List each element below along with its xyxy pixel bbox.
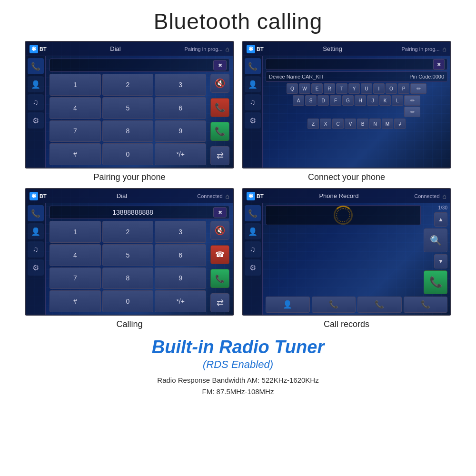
key-star-pairing[interactable]: */+ <box>155 143 206 165</box>
answer-btn-pairing[interactable]: 📞 <box>210 122 229 141</box>
key-9-pairing[interactable]: 9 <box>155 120 206 142</box>
home-icon-pairing[interactable]: ⌂ <box>226 45 229 53</box>
kb-edit-btn-3[interactable]: ✏ <box>404 107 420 117</box>
key-0-calling[interactable]: 0 <box>102 290 154 312</box>
sidebar-contacts-icon-records[interactable]: 👤 <box>245 223 261 239</box>
scroll-down-btn[interactable]: ▼ <box>434 254 447 268</box>
search-btn[interactable]: 🔍 <box>424 228 447 252</box>
kb-enter[interactable]: ↲ <box>394 119 406 129</box>
key-8-calling[interactable]: 8 <box>102 268 154 289</box>
key-1-calling[interactable]: 1 <box>50 221 101 243</box>
key-2-pairing[interactable]: 2 <box>102 74 154 96</box>
outgoing-btn[interactable]: 📞 <box>404 297 448 313</box>
kb-edit-btn-2[interactable]: ✏ <box>404 95 420 106</box>
key-9-calling[interactable]: 9 <box>155 268 206 289</box>
kb-x[interactable]: X <box>320 119 331 129</box>
kb-d[interactable]: D <box>317 95 329 106</box>
home-icon-records[interactable]: ⌂ <box>443 192 446 200</box>
key-hash-calling[interactable]: # <box>50 290 101 312</box>
sidebar-contacts-icon-calling[interactable]: 👤 <box>28 223 44 239</box>
kb-w[interactable]: W <box>299 83 310 94</box>
sidebar-phone-icon-records[interactable]: 📞 <box>245 205 261 221</box>
key-5-calling[interactable]: 5 <box>102 244 154 266</box>
caption-records: Call records <box>324 319 369 329</box>
sidebar-contacts-icon-pairing[interactable]: 👤 <box>28 76 44 92</box>
key-3-pairing[interactable]: 3 <box>155 74 206 96</box>
kb-b[interactable]: B <box>357 119 368 129</box>
kb-p[interactable]: P <box>398 83 409 94</box>
kb-t[interactable]: T <box>336 83 347 94</box>
key-8-pairing[interactable]: 8 <box>102 120 154 142</box>
key-1-pairing[interactable]: 1 <box>50 74 101 96</box>
home-icon-calling[interactable]: ⌂ <box>226 192 229 200</box>
kb-u[interactable]: U <box>361 83 372 94</box>
page-counter: 1/30 <box>438 205 447 210</box>
home-icon-connect[interactable]: ⌂ <box>443 45 446 53</box>
kb-del-btn[interactable]: ✖ <box>433 59 445 69</box>
kb-q[interactable]: Q <box>287 83 298 94</box>
kb-r[interactable]: R <box>324 83 335 94</box>
sidebar-music-icon-calling[interactable]: ♫ <box>28 241 44 258</box>
sidebar-settings-icon-calling[interactable]: ⚙ <box>28 259 44 276</box>
delete-btn-pairing[interactable]: ✖ <box>213 60 227 70</box>
transfer-btn-calling[interactable]: ⇄ <box>210 293 229 312</box>
radio-info-line2: FM: 87.5MHz-108MHz <box>10 386 466 397</box>
key-4-calling[interactable]: 4 <box>50 244 101 266</box>
bt-label-pairing: BT <box>40 46 47 52</box>
sidebar-phone-icon-calling[interactable]: 📞 <box>28 205 44 221</box>
kb-o[interactable]: O <box>386 83 397 94</box>
kb-g[interactable]: G <box>342 95 354 106</box>
kb-e[interactable]: E <box>311 83 323 94</box>
sidebar-settings-icon-pairing[interactable]: ⚙ <box>28 112 44 129</box>
key-4-pairing[interactable]: 4 <box>50 97 101 119</box>
kb-i[interactable]: I <box>373 83 385 94</box>
sidebar-music-icon-pairing[interactable]: ♫ <box>28 94 44 110</box>
kb-j[interactable]: J <box>367 95 378 106</box>
kb-f[interactable]: F <box>330 95 341 106</box>
kb-k[interactable]: K <box>379 95 391 106</box>
kb-edit-btn-1[interactable]: ✏ <box>410 83 426 94</box>
sidebar-music-icon-records[interactable]: ♫ <box>245 241 261 258</box>
sidebar-settings-icon-connect[interactable]: ⚙ <box>245 112 261 129</box>
sidebar-phone-icon-pairing[interactable]: 📞 <box>28 58 44 74</box>
key-7-calling[interactable]: 7 <box>50 268 101 289</box>
hangup-btn-calling[interactable]: ☎ <box>210 245 229 264</box>
transfer-btn-pairing[interactable]: ⇄ <box>210 146 229 165</box>
delete-btn-calling[interactable]: ✖ <box>213 207 227 218</box>
contact-btn[interactable]: 👤 <box>266 297 310 313</box>
incoming-btn[interactable]: 📞 <box>357 297 402 313</box>
sidebar-settings-icon-records[interactable]: ⚙ <box>245 259 261 276</box>
kb-z[interactable]: Z <box>307 119 319 129</box>
sidebar-music-icon-connect[interactable]: ♫ <box>245 94 261 110</box>
key-hash-pairing[interactable]: # <box>50 143 101 165</box>
key-0-pairing[interactable]: 0 <box>102 143 154 165</box>
kb-h[interactable]: H <box>355 95 366 106</box>
kb-v[interactable]: V <box>345 119 356 129</box>
call-green-btn[interactable]: 📞 <box>424 270 447 294</box>
kb-n[interactable]: N <box>369 119 381 129</box>
kb-c[interactable]: C <box>332 119 344 129</box>
screen-status-calling: Connected <box>197 193 222 199</box>
key-6-pairing[interactable]: 6 <box>155 97 206 119</box>
scroll-up-btn[interactable]: ▲ <box>434 212 447 227</box>
key-2-calling[interactable]: 2 <box>102 221 154 243</box>
kb-s[interactable]: S <box>305 95 317 106</box>
kb-l[interactable]: L <box>392 95 403 106</box>
kb-a[interactable]: A <box>293 95 304 106</box>
caption-connect: Connect your phone <box>308 172 385 182</box>
missed-call-btn[interactable]: 📞 <box>312 297 356 313</box>
sidebar-phone-icon-connect[interactable]: 📞 <box>245 58 261 74</box>
key-5-pairing[interactable]: 5 <box>102 97 154 119</box>
sidebar-contacts-icon-connect[interactable]: 👤 <box>245 76 261 92</box>
mute-btn-pairing[interactable]: 🔇 <box>210 74 229 93</box>
key-3-calling[interactable]: 3 <box>155 221 206 243</box>
mute-btn-calling[interactable]: 🔇 <box>210 221 229 240</box>
key-7-pairing[interactable]: 7 <box>50 120 101 142</box>
kb-m[interactable]: M <box>382 119 393 129</box>
hangup-btn-pairing[interactable]: 📞 <box>210 98 229 117</box>
answer-btn-calling[interactable]: 📞 <box>210 269 229 288</box>
key-6-calling[interactable]: 6 <box>155 244 206 266</box>
record-top <box>266 205 421 225</box>
kb-y[interactable]: Y <box>348 83 360 94</box>
key-star-calling[interactable]: */+ <box>155 290 206 312</box>
